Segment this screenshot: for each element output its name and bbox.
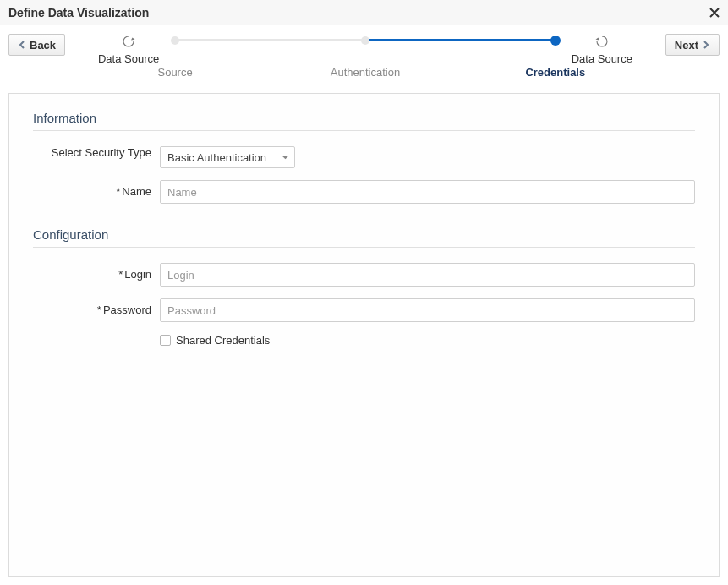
dialog: Define Data Visualization Back Data Sour… — [0, 0, 728, 585]
wizard-step-labels: Source Authentication Credentials — [175, 66, 556, 83]
wizard-start: Data Source — [90, 34, 167, 65]
row-security-type: Select Security Type Basic Authenticatio… — [33, 146, 695, 168]
row-shared-credentials: Shared Credentials — [160, 334, 695, 347]
section-title-information: Information — [33, 111, 695, 131]
close-icon — [709, 8, 720, 18]
step-dot-credentials[interactable] — [550, 36, 561, 46]
step-dot-authentication[interactable] — [361, 36, 369, 45]
close-button[interactable] — [709, 5, 720, 20]
data-source-end-icon — [594, 34, 610, 49]
chevron-down-icon — [282, 154, 289, 161]
dialog-header: Define Data Visualization — [0, 0, 728, 25]
chevron-right-icon — [702, 41, 710, 49]
row-password: *Password — [33, 298, 695, 322]
wizard-track: Source Authentication Credentials — [175, 34, 556, 83]
data-source-start-icon — [121, 34, 136, 49]
wizard-row: Back Data Source Source Authentication C… — [0, 25, 728, 85]
input-login[interactable] — [160, 263, 695, 287]
back-button[interactable]: Back — [8, 34, 65, 56]
label-name: *Name — [33, 185, 160, 200]
next-button[interactable]: Next — [665, 34, 720, 56]
form-panel: Information Select Security Type Basic A… — [8, 93, 720, 577]
wizard-start-label: Data Source — [98, 52, 159, 65]
label-login: *Login — [33, 268, 160, 282]
label-shared-credentials: Shared Credentials — [176, 334, 270, 347]
wizard-track-fill — [365, 39, 556, 41]
section-title-configuration: Configuration — [33, 227, 695, 248]
back-button-label: Back — [30, 39, 56, 52]
chevron-left-icon — [18, 41, 26, 49]
wizard-steps: Data Source Source Authentication Creden… — [65, 34, 665, 83]
select-security-type-value: Basic Authentication — [167, 151, 266, 164]
step-label-authentication: Authentication — [331, 66, 400, 79]
row-login: *Login — [33, 263, 695, 287]
checkbox-shared-credentials[interactable] — [160, 335, 171, 346]
input-password[interactable] — [160, 298, 695, 322]
wizard-end: Data Source — [564, 34, 640, 65]
dialog-title: Define Data Visualization — [8, 6, 149, 19]
wizard-end-label: Data Source — [572, 52, 632, 65]
step-label-source: Source — [157, 66, 192, 79]
step-label-credentials: Credentials — [525, 66, 585, 79]
row-name: *Name — [33, 180, 695, 204]
input-name[interactable] — [160, 180, 695, 204]
step-dot-source[interactable] — [171, 36, 179, 45]
label-password: *Password — [33, 303, 160, 318]
label-security-type: Select Security Type — [33, 146, 160, 161]
next-button-label: Next — [675, 39, 698, 52]
select-security-type[interactable]: Basic Authentication — [160, 146, 295, 168]
